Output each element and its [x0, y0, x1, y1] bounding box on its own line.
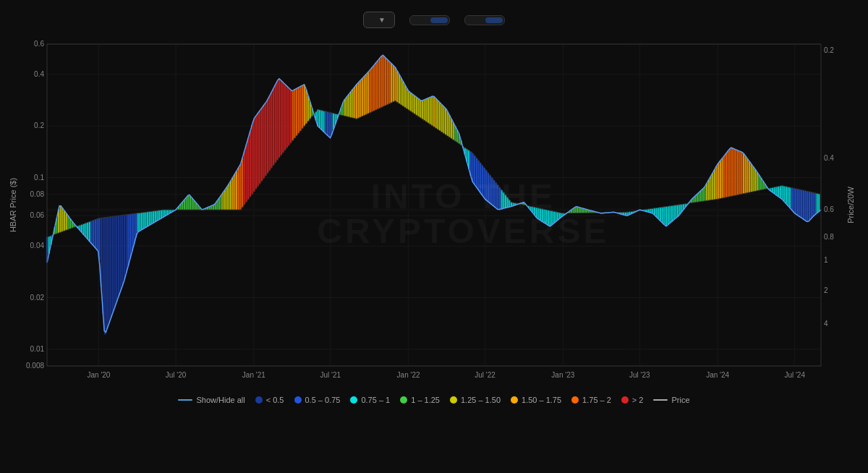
chart-area: INTO THECRYPTOVERSE — [0, 37, 868, 391]
price-scale-group — [409, 12, 450, 25]
legend-item[interactable]: 1 – 1.25 — [400, 396, 440, 404]
metric-scale-linear-btn[interactable] — [467, 17, 484, 23]
price-scale-toggle — [409, 15, 450, 25]
top-controls: ▼ — [0, 0, 868, 34]
price-scale-linear-btn[interactable] — [412, 17, 429, 23]
price-scale-log-btn[interactable] — [430, 17, 448, 23]
metric-scale-log-btn[interactable] — [485, 17, 503, 23]
asset-selector[interactable]: ▼ — [363, 12, 395, 28]
legend-item[interactable]: Price — [653, 396, 689, 404]
legend-item[interactable]: > 2 — [621, 396, 644, 404]
legend-item[interactable]: 1.75 – 2 — [571, 396, 611, 404]
legend-item[interactable]: Show/Hide all — [178, 396, 244, 404]
chevron-down-icon: ▼ — [378, 16, 386, 24]
asset-control-group: ▼ — [363, 9, 395, 28]
main-chart-canvas — [7, 37, 861, 391]
legend-item[interactable]: < 0.5 — [255, 396, 284, 404]
metric-scale-toggle — [464, 15, 505, 25]
metric-scale-group — [464, 12, 505, 25]
legend: Show/Hide all< 0.50.5 – 0.750.75 – 11 – … — [0, 391, 868, 407]
legend-item[interactable]: 0.5 – 0.75 — [294, 396, 341, 404]
legend-item[interactable]: 1.50 – 1.75 — [511, 396, 561, 404]
legend-item[interactable]: 1.25 – 1.50 — [450, 396, 501, 404]
legend-item[interactable]: 0.75 – 1 — [350, 396, 390, 404]
chart-container: INTO THECRYPTOVERSE — [7, 37, 861, 391]
